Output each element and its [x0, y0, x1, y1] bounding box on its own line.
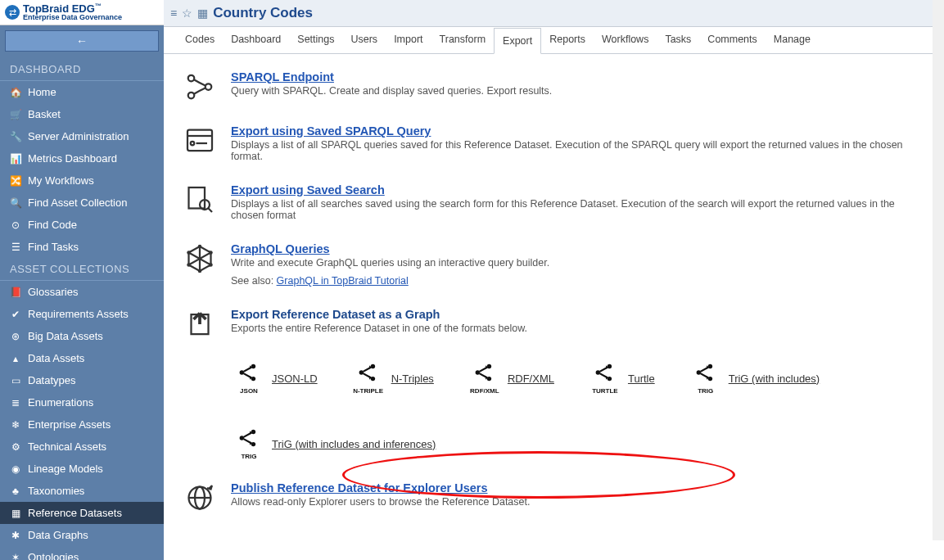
- tab-codes[interactable]: Codes: [177, 27, 223, 53]
- menu-icon[interactable]: ≡: [170, 7, 177, 20]
- sidebar-item-label: My Workflows: [28, 174, 94, 187]
- book-icon: 📕: [10, 287, 21, 298]
- sidebar-section-header: ASSET COLLECTIONS: [0, 258, 164, 281]
- sidebar-item-find-asset-collection[interactable]: 🔍Find Asset Collection: [0, 192, 164, 214]
- tab-workflows[interactable]: Workflows: [594, 27, 657, 53]
- tasks-icon: ☰: [10, 242, 21, 253]
- sidebar-item-data-assets[interactable]: ▴Data Assets: [0, 347, 164, 369]
- star-icon[interactable]: ☆: [182, 7, 192, 20]
- sidebar-item-glossaries[interactable]: 📕Glossaries: [0, 281, 164, 303]
- svg-point-0: [188, 75, 195, 82]
- scrollbar[interactable]: [933, 0, 944, 540]
- sidebar-item-find-tasks[interactable]: ☰Find Tasks: [0, 236, 164, 258]
- sidebar-item-label: Find Tasks: [28, 241, 79, 253]
- page-title: Country Codes: [213, 5, 313, 21]
- format-trig[interactable]: TRIGTriG (with includes and inferences): [231, 427, 436, 460]
- item-title[interactable]: Export using Saved SPARQL Query: [231, 124, 924, 138]
- item-title[interactable]: Publish Reference Dataset for Explorer U…: [231, 481, 530, 495]
- sidebar-item-label: Data Assets: [28, 352, 84, 364]
- sidebar-item-enterprise-assets[interactable]: ❄Enterprise Assets: [0, 413, 164, 436]
- enterprise-icon: ❄: [10, 419, 21, 431]
- svg-point-2: [206, 84, 212, 90]
- sidebar-item-label: Requirements Assets: [28, 308, 129, 320]
- main-panel: ≡ ☆ ▦ Country Codes CodesDashboardSettin…: [164, 0, 944, 560]
- format-label: N-Triples: [391, 373, 434, 385]
- sidebar-item-label: Find Asset Collection: [28, 196, 127, 209]
- graph-icon: ✱: [10, 530, 21, 541]
- brand-logo[interactable]: ⇄ TopBraid EDG™ Enterprise Data Governan…: [0, 0, 164, 25]
- format-sublabel: JSON: [240, 387, 258, 395]
- grid-icon[interactable]: ▦: [197, 7, 208, 20]
- home-icon: 🏠: [10, 87, 21, 98]
- taxonomy-icon: ♣: [10, 485, 21, 497]
- brand-badge-icon: ⇄: [5, 5, 20, 20]
- sidebar: ⇄ TopBraid EDG™ Enterprise Data Governan…: [0, 0, 164, 560]
- format-sublabel: TRIG: [698, 387, 713, 395]
- export-item: Export Reference Dataset as a GraphExpor…: [183, 308, 924, 341]
- sidebar-item-label: Datatypes: [28, 374, 76, 386]
- format-sublabel: TURTLE: [592, 387, 618, 395]
- sidebar-section-header: DASHBOARD: [0, 58, 164, 81]
- item-title[interactable]: Export using Saved Search: [231, 183, 924, 196]
- item-desc: Allows read-only Explorer users to brows…: [231, 496, 530, 508]
- search-icon: 🔍: [10, 197, 21, 209]
- sidebar-item-lineage-models[interactable]: ◉Lineage Models: [0, 458, 164, 480]
- db-icon: ⊛: [10, 331, 21, 342]
- rdf-node-icon: [237, 362, 261, 386]
- check-icon: ✔: [10, 309, 21, 320]
- sidebar-item-server-administration[interactable]: 🔧Server Administration: [0, 125, 164, 147]
- tab-manage[interactable]: Manage: [766, 27, 819, 53]
- item-desc: Displays a list of all searches saved us…: [231, 198, 924, 221]
- sidebar-item-basket[interactable]: 🛒Basket: [0, 103, 164, 125]
- sidebar-item-label: Find Code: [28, 219, 77, 231]
- sidebar-item-reference-datasets[interactable]: ▦Reference Datasets: [0, 502, 164, 524]
- tab-import[interactable]: Import: [386, 27, 431, 53]
- rdf-node-icon: [693, 362, 718, 386]
- sidebar-item-metrics-dashboard[interactable]: 📊Metrics Dashboard: [0, 147, 164, 169]
- format-sublabel: TRIG: [241, 453, 256, 460]
- item-title[interactable]: GraphQL Queries: [231, 242, 549, 255]
- tab-settings[interactable]: Settings: [289, 27, 342, 53]
- item-title[interactable]: SPARQL Endpoint: [231, 70, 552, 84]
- rdf-node-icon: [472, 362, 497, 386]
- item-desc: Displays a list of all SPARQL queries sa…: [231, 139, 924, 162]
- tab-export[interactable]: Export: [494, 28, 541, 54]
- format-json[interactable]: JSONJSON-LD: [231, 362, 318, 395]
- back-button[interactable]: ←: [5, 30, 159, 52]
- sidebar-item-data-graphs[interactable]: ✱Data Graphs: [0, 524, 164, 546]
- sidebar-item-ontologies[interactable]: ✶Ontologies: [0, 546, 164, 560]
- workflow-icon: 🔀: [10, 175, 21, 187]
- export-item: Publish Reference Dataset for Explorer U…: [183, 481, 924, 514]
- sidebar-item-label: Lineage Models: [28, 463, 103, 475]
- sidebar-item-enumerations[interactable]: ≣Enumerations: [0, 391, 164, 413]
- sidebar-item-label: Enumerations: [28, 396, 93, 409]
- window-icon: [183, 124, 216, 157]
- wrench-icon: 🔧: [10, 131, 21, 142]
- format-turtle[interactable]: TURTLETurtle: [587, 362, 655, 395]
- tab-reports[interactable]: Reports: [541, 27, 594, 53]
- format-trig[interactable]: TRIGTriG (with includes): [688, 362, 820, 395]
- sidebar-item-label: Ontologies: [28, 551, 79, 560]
- ontology-icon: ✶: [10, 552, 21, 560]
- sidebar-item-taxonomies[interactable]: ♣Taxonomies: [0, 480, 164, 502]
- sidebar-item-big-data-assets[interactable]: ⊛Big Data Assets: [0, 325, 164, 347]
- refds-icon: ▦: [10, 508, 21, 519]
- sidebar-item-datatypes[interactable]: ▭Datatypes: [0, 369, 164, 391]
- sidebar-item-requirements-assets[interactable]: ✔Requirements Assets: [0, 303, 164, 325]
- sidebar-item-my-workflows[interactable]: 🔀My Workflows: [0, 169, 164, 192]
- sidebar-item-technical-assets[interactable]: ⚙Technical Assets: [0, 436, 164, 458]
- seealso-link[interactable]: GraphQL in TopBraid Tutorial: [277, 275, 409, 287]
- tab-users[interactable]: Users: [342, 27, 386, 53]
- tab-comments[interactable]: Comments: [699, 27, 765, 53]
- sidebar-item-home[interactable]: 🏠Home: [0, 81, 164, 103]
- format-label: TriG (with includes and inferences): [272, 438, 436, 450]
- item-desc: Write and execute GraphQL queries using …: [231, 257, 549, 269]
- tab-tasks[interactable]: Tasks: [657, 27, 699, 53]
- sidebar-item-find-code[interactable]: ⊙Find Code: [0, 214, 164, 236]
- format-ntriple[interactable]: N-TRIPLEN-Triples: [350, 362, 434, 395]
- export-formats: JSONJSON-LDN-TRIPLEN-TriplesRDF/XMLRDF/X…: [231, 362, 924, 460]
- tab-transform[interactable]: Transform: [431, 27, 495, 53]
- rdf-node-icon: [356, 362, 381, 386]
- tab-dashboard[interactable]: Dashboard: [223, 27, 289, 53]
- format-rdfxml[interactable]: RDF/XMLRDF/XML: [467, 362, 554, 395]
